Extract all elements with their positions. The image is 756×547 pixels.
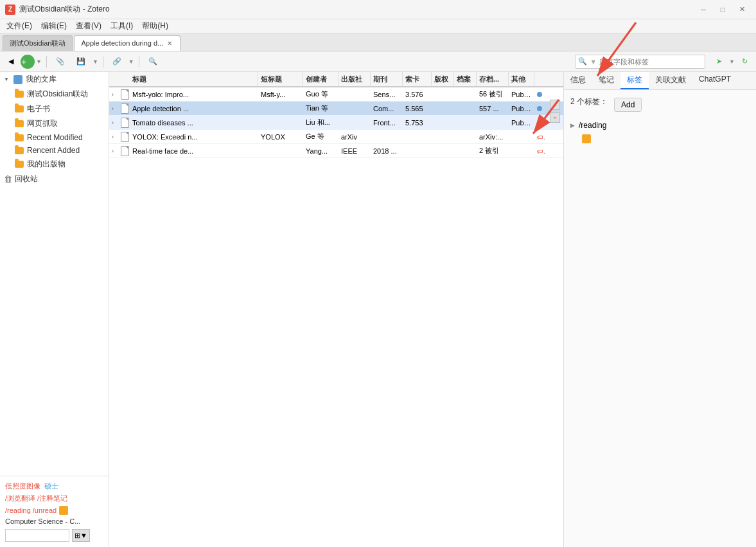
maximize-button[interactable]: □ (714, 3, 732, 17)
sidebar-search: ⊞▼ (5, 529, 103, 542)
tab-close-icon[interactable]: ✕ (166, 40, 173, 47)
menu-file[interactable]: 文件(E) (3, 19, 36, 33)
th-archive[interactable]: 档案 (454, 72, 477, 86)
folder-recent-modified-icon (14, 133, 24, 142)
table-row[interactable]: › Tomato diseases ... Liu 和... Front... … (109, 116, 563, 130)
row-expand-icon[interactable]: › (112, 134, 119, 140)
sidebar-mylibrary[interactable]: ▼ 我的文库 (0, 72, 109, 87)
th-publisher[interactable]: 出版社 (338, 72, 371, 86)
search-input[interactable] (599, 58, 702, 66)
title-bar-text: 测试Obsidian联动 - Zotero (19, 4, 110, 15)
scroll-down-button[interactable]: − (550, 112, 560, 123)
sidebar-search-input[interactable] (5, 529, 69, 542)
tab-apple[interactable]: Apple detection during d... ✕ (74, 35, 180, 51)
sidebar-item-webpage[interactable]: 网页抓取 (0, 116, 109, 131)
toolbar-right: ➤ ▼ ↻ (712, 54, 752, 69)
tag-reading-item[interactable]: ▶ /reading (570, 119, 750, 132)
scroll-up-button[interactable]: − (550, 100, 560, 110)
row-doc-icon (119, 146, 130, 156)
sidebar-item-trash[interactable]: 🗑 回收站 (0, 172, 109, 186)
row-storage: arXiv:... (477, 133, 509, 141)
right-tab-notes[interactable]: 笔记 (592, 72, 620, 89)
folder-webpage-icon (14, 120, 24, 129)
toolbar-sep-2 (103, 56, 103, 67)
folder-my-pub-icon (14, 160, 24, 169)
tags-count-label: 2 个标签： (570, 96, 608, 107)
right-tab-chatgpt[interactable]: ChatGPT (692, 72, 737, 89)
right-tab-info[interactable]: 信息 (564, 72, 592, 89)
row-expand-icon[interactable]: › (112, 105, 119, 112)
right-tab-tags[interactable]: 标签 (620, 72, 649, 89)
add-button[interactable]: + (21, 55, 35, 69)
toolbar-sep-1 (46, 56, 47, 67)
export-button[interactable]: ➤ (712, 54, 726, 69)
add-tag-button[interactable]: Add (614, 98, 642, 112)
menu-view[interactable]: 查看(V) (72, 19, 105, 33)
tab-obsidian[interactable]: 测试Obsidian联动 (3, 35, 73, 51)
sync-button[interactable]: ↻ (737, 54, 752, 69)
sidebar-item-ebook[interactable]: 电子书 (0, 102, 109, 116)
th-author[interactable]: 创建者 (303, 72, 338, 86)
th-edition[interactable]: 版权 (432, 72, 454, 86)
th-other[interactable]: 其他 (509, 72, 534, 86)
table-row[interactable]: › YOLOX: Exceedi n... YOLOX Ge 等 arXiv a… (109, 130, 563, 144)
tab-apple-label: Apple detection during d... (81, 39, 163, 47)
th-short[interactable]: 短标题 (258, 72, 303, 86)
sidebar-mylibrary-label: 我的文库 (26, 74, 57, 85)
table-row[interactable]: › Real-time face de... Yang... IEEE 2018… (109, 144, 563, 158)
grid-view-button[interactable]: ⊞▼ (72, 529, 90, 542)
main-layout: ▼ 我的文库 测试Obsidian联动 电子书 网页抓取 Recent Mo (0, 72, 756, 547)
row-other: Publi... (509, 105, 534, 112)
sidebar-item-obsidian[interactable]: 测试Obsidian联动 (0, 87, 109, 102)
tag-chevron-icon: ▶ (570, 122, 575, 129)
sidebar-item-my-pub[interactable]: 我的出版物 (0, 157, 109, 172)
sidebar-bottom-links[interactable]: /浏览翻译 /注释笔记 (5, 494, 103, 503)
menu-help[interactable]: 帮助(H) (138, 19, 172, 33)
row-storage: 557 ... (477, 105, 509, 112)
reading-tag[interactable]: /reading /unread (5, 507, 57, 514)
tag-low-light[interactable]: 低照度图像 (5, 481, 40, 491)
sidebar-item-recent-added-label: Rencent Added (27, 146, 80, 155)
search-button[interactable]: 🔍 (144, 54, 162, 69)
table-header: 标题 短标题 创建者 出版社 期刊 索卡 版权 档案 存档... 其他 (109, 72, 563, 87)
row-publisher: IEEE (338, 147, 371, 155)
th-index[interactable]: 索卡 (403, 72, 432, 86)
row-doc-icon (119, 118, 130, 128)
row-note: 🏷 (534, 133, 545, 141)
sidebar-item-recent-added[interactable]: Rencent Added (0, 144, 109, 157)
row-title: Apple detection ... (130, 105, 258, 112)
row-title: Tomato diseases ... (130, 119, 258, 127)
row-expand-icon[interactable]: › (112, 91, 119, 98)
close-button[interactable]: ✕ (733, 3, 751, 17)
save-button[interactable]: 💾 (72, 54, 90, 69)
menu-tools[interactable]: 工具(I) (107, 19, 137, 33)
table-row[interactable]: › Msft-yolo: Impro... Msft-y... Guo 等 Se… (109, 87, 563, 102)
row-expand-icon[interactable]: › (112, 148, 119, 154)
th-journal[interactable]: 期刊 (371, 72, 403, 86)
row-storage: 2 被引 (477, 146, 509, 156)
attach-button[interactable]: 📎 (51, 54, 69, 69)
row-short: Msft-y... (258, 91, 303, 98)
row-author: Yang... (303, 147, 338, 155)
row-expand-icon[interactable]: › (112, 120, 119, 126)
back-button[interactable]: ◀ (4, 54, 18, 69)
th-title[interactable]: 标题 (130, 72, 258, 86)
sidebar-item-my-pub-label: 我的出版物 (27, 159, 66, 170)
sidebar-item-trash-label: 回收站 (15, 174, 38, 184)
sidebar: ▼ 我的文库 测试Obsidian联动 电子书 网页抓取 Recent Mo (0, 72, 109, 547)
folder-obsidian-icon (14, 90, 24, 99)
link-button[interactable]: 🔗 (108, 54, 126, 69)
sidebar-bottom-cs[interactable]: Computer Science - C... (5, 517, 103, 525)
yellow-square-tag-icon (582, 134, 591, 143)
row-doc-icon (119, 132, 130, 142)
th-storage[interactable]: 存档... (477, 72, 509, 86)
right-tab-related[interactable]: 关联文献 (649, 72, 692, 89)
tag-master[interactable]: 硕士 (44, 481, 58, 491)
menu-edit[interactable]: 编辑(E) (37, 19, 71, 33)
row-other: Publi... (509, 119, 534, 127)
toolbar-sep-3 (139, 56, 139, 67)
table-row[interactable]: › Apple detection ... Tian 等 Com... 5.56… (109, 102, 563, 116)
library-icon (13, 75, 23, 84)
minimize-button[interactable]: ─ (694, 3, 712, 17)
sidebar-item-recent-modified[interactable]: Recent Modified (0, 131, 109, 144)
